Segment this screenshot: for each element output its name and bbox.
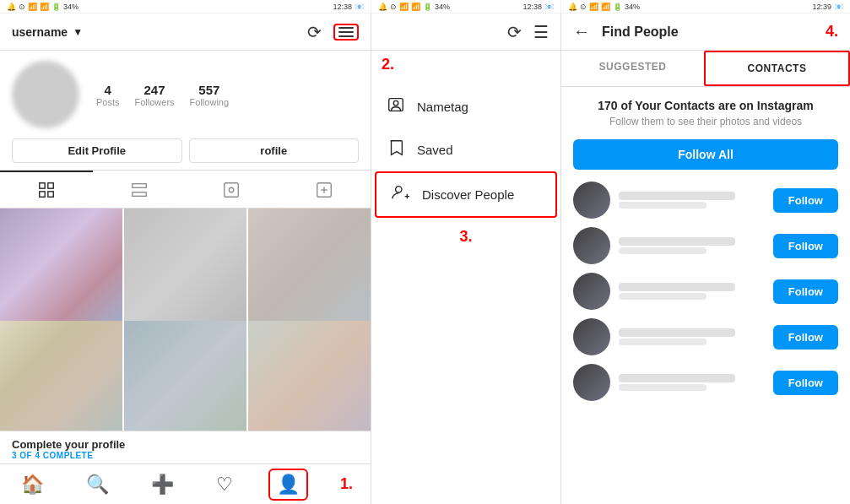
- menu-header: ⟳ ☰: [371, 14, 560, 51]
- profile-header: username ▼ ⟳: [0, 14, 371, 51]
- contact-avatar-3: [573, 273, 610, 310]
- contact-item-5: Follow: [573, 364, 838, 401]
- follow-button-5[interactable]: Follow: [773, 371, 838, 395]
- status-right-3: 12:39 📧: [812, 3, 843, 11]
- photo-cell-3[interactable]: [248, 209, 371, 331]
- battery-pct: 34%: [63, 3, 79, 11]
- find-people-title: Find People: [602, 24, 814, 40]
- tab-contacts[interactable]: CONTACTS: [704, 51, 850, 86]
- battery-icon: 🔋: [51, 3, 61, 11]
- contact-sub-bar-5: [619, 384, 707, 391]
- profile-stats: 4 Posts 247 Followers 557 Following: [96, 83, 359, 107]
- tab-suggested[interactable]: SUGGESTED: [561, 51, 704, 86]
- followers-stat[interactable]: 247 Followers: [135, 83, 175, 107]
- find-people-panel: ← Find People 4. SUGGESTED CONTACTS 170 …: [561, 14, 850, 504]
- photo-cell-1[interactable]: [0, 209, 122, 331]
- menu-icon[interactable]: ☰: [533, 22, 549, 42]
- list-view-tab[interactable]: [93, 171, 186, 208]
- back-button[interactable]: ←: [573, 22, 590, 41]
- nav-profile[interactable]: 👤: [268, 469, 308, 501]
- nametag-label: Nametag: [417, 100, 468, 114]
- contact-item-4: Follow: [573, 318, 838, 355]
- nav-search[interactable]: 🔍: [79, 470, 116, 499]
- profile-avatar: [12, 61, 79, 128]
- contact-name-bar-5: [619, 374, 735, 382]
- contact-avatar-2: [573, 227, 610, 264]
- contact-sub-bar-1: [619, 202, 707, 209]
- profile-info: 4 Posts 247 Followers 557 Following: [0, 51, 371, 135]
- svg-point-12: [393, 100, 398, 106]
- battery-pct-3: 34%: [625, 3, 640, 11]
- discover-people-icon: [392, 183, 410, 206]
- contact-avatar-1: [573, 182, 610, 219]
- wifi-icon-3: 📶: [589, 3, 598, 11]
- contact-item-3: Follow: [573, 273, 838, 310]
- signal-icon: 📶: [40, 3, 49, 11]
- discover-people-menu-item[interactable]: Discover People: [375, 171, 557, 218]
- contact-item-2: Follow: [573, 227, 838, 264]
- follow-button-1[interactable]: Follow: [773, 188, 838, 213]
- contact-info-5: [619, 374, 765, 391]
- battery-pct-2: 34%: [435, 3, 450, 11]
- notification-icon-2: 🔔: [378, 3, 387, 11]
- edit-profile-button-2[interactable]: rofile: [189, 138, 360, 163]
- signal-icon-2: 📶: [411, 3, 420, 11]
- time-1: 12:38: [333, 3, 352, 11]
- contact-name-bar-2: [619, 237, 735, 246]
- status-left-2: 🔔 ⊙ 📶 📶 🔋 34%: [378, 3, 450, 11]
- svg-rect-0: [40, 183, 45, 188]
- complete-subtitle: 3 OF 4 COMPLETE: [12, 451, 359, 460]
- nametag-menu-item[interactable]: Nametag: [371, 85, 560, 128]
- photo-grid: [0, 209, 371, 431]
- follow-button-2[interactable]: Follow: [773, 234, 838, 258]
- status-left-1: 🔔 ⊙ 📶 📶 🔋 34%: [7, 3, 79, 11]
- following-stat[interactable]: 557 Following: [190, 83, 229, 107]
- grid-view-tab[interactable]: [0, 171, 93, 208]
- nav-home[interactable]: 🏠: [14, 470, 51, 499]
- history-icon-menu[interactable]: ⟳: [507, 22, 522, 42]
- photo-cell-6[interactable]: [248, 321, 371, 431]
- contact-name-bar-1: [619, 192, 735, 200]
- follow-all-button[interactable]: Follow All: [573, 139, 838, 170]
- step-1-label: 1.: [337, 472, 356, 496]
- svg-rect-6: [225, 183, 239, 198]
- status-left-3: 🔔 ⊙ 📶 📶 🔋 34%: [568, 3, 640, 11]
- photo-cell-2[interactable]: [124, 209, 246, 331]
- follow-button-4[interactable]: Follow: [773, 325, 838, 350]
- contact-list: Follow Follow Follow: [573, 182, 838, 401]
- svg-rect-5: [132, 192, 146, 197]
- username-area: username ▼: [12, 25, 83, 39]
- complete-profile-banner: Complete your profile 3 OF 4 COMPLETE: [0, 431, 371, 463]
- edit-profile-button[interactable]: Edit Profile: [12, 138, 182, 163]
- history-icon[interactable]: ⟳: [307, 22, 322, 42]
- clock-icon: ⊙: [19, 3, 25, 11]
- status-right-2: 12:38 📧: [522, 3, 554, 11]
- hamburger-menu-button[interactable]: [333, 24, 359, 41]
- contact-sub-bar-4: [619, 339, 707, 345]
- contacts-headline: 170 of Your Contacts are on Instagram: [573, 99, 838, 112]
- contact-info-1: [619, 192, 765, 209]
- contact-name-bar-4: [619, 328, 735, 337]
- saved-view-tab[interactable]: [278, 171, 371, 208]
- tagged-view-tab[interactable]: [186, 171, 279, 208]
- wifi-icon: 📶: [28, 3, 37, 11]
- email-icon: 📧: [355, 3, 364, 11]
- svg-rect-2: [40, 192, 45, 197]
- nav-add[interactable]: ➕: [144, 470, 181, 499]
- header-icons: ⟳: [307, 22, 359, 42]
- photo-cell-4[interactable]: [0, 321, 122, 431]
- photo-cell-5[interactable]: [124, 321, 246, 431]
- discover-people-label: Discover People: [422, 187, 514, 202]
- nav-heart[interactable]: ♡: [209, 470, 240, 499]
- contact-item-1: Follow: [573, 182, 838, 219]
- svg-rect-4: [132, 184, 146, 188]
- step-4-label: 4.: [826, 23, 838, 41]
- saved-menu-item[interactable]: Saved: [371, 128, 560, 171]
- posts-stat: 4 Posts: [96, 83, 120, 107]
- notification-icon-3: 🔔: [568, 3, 577, 11]
- contact-info-2: [619, 237, 765, 254]
- svg-point-7: [230, 187, 235, 192]
- svg-rect-1: [48, 183, 53, 188]
- follow-button-3[interactable]: Follow: [773, 279, 838, 304]
- dropdown-icon[interactable]: ▼: [73, 26, 83, 38]
